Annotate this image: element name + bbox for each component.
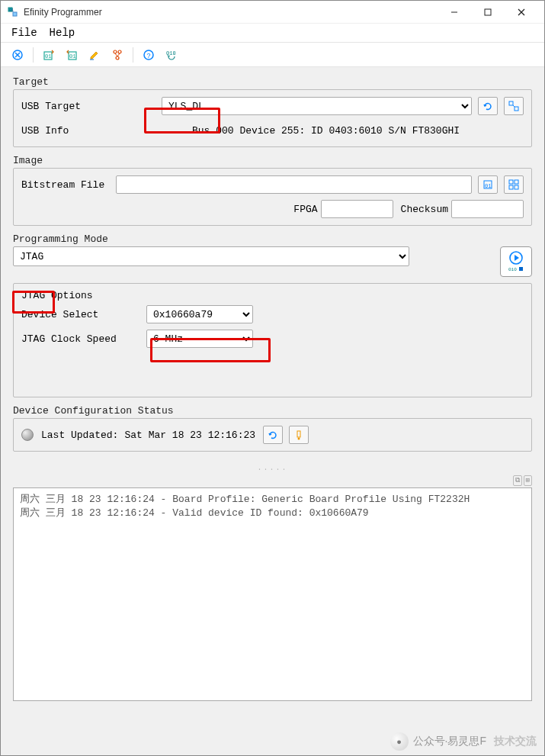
log-tools: ⧉ ⊞ — [1, 475, 544, 486]
log-copy-button[interactable]: ⧉ — [513, 475, 522, 486]
watermark: ● 公众号·易灵思F 技术交流 — [390, 732, 537, 751]
status-indicator-icon — [21, 429, 34, 441]
hex-out-icon[interactable]: 01 — [63, 47, 81, 63]
binary-update-icon[interactable]: 010 — [162, 47, 181, 63]
bitstream-browse-button[interactable] — [504, 175, 524, 194]
menu-help[interactable]: Help — [45, 25, 80, 40]
close-button[interactable] — [505, 1, 538, 24]
wechat-icon: ● — [390, 732, 409, 751]
svg-text:01: 01 — [9, 8, 14, 13]
usb-info-label: USB Info — [21, 125, 113, 137]
cancel-icon[interactable] — [8, 47, 27, 63]
svg-text:010: 010 — [508, 267, 517, 272]
edit-icon[interactable] — [85, 47, 104, 63]
svg-rect-28 — [509, 185, 513, 189]
menu-file[interactable]: File — [7, 25, 42, 40]
svg-point-34 — [298, 438, 300, 440]
svg-point-17 — [116, 56, 119, 60]
toolbar-separator — [133, 47, 133, 63]
usb-chain-button[interactable] — [504, 97, 524, 115]
window-title: Efinity Programmer — [24, 7, 438, 18]
minimize-button[interactable] — [438, 1, 471, 24]
log-output[interactable]: 周六 三月 18 23 12:16:24 - Board Profile: Ge… — [13, 487, 532, 701]
svg-text:01: 01 — [69, 53, 75, 60]
progmode-section-title: Programming Mode — [13, 233, 532, 245]
svg-rect-27 — [515, 180, 518, 184]
help-icon[interactable]: ? — [139, 47, 158, 63]
splitter-handle[interactable]: ····· — [1, 465, 544, 474]
program-run-button[interactable]: 010 — [500, 246, 532, 277]
fpga-label: FPGA — [293, 204, 317, 215]
device-select-label: Device Select — [21, 309, 143, 320]
bitstream-file-input[interactable] — [116, 175, 472, 194]
watermark-text: 公众号·易灵思F — [413, 735, 486, 748]
titlebar: 01 Efinity Programmer — [1, 1, 544, 24]
svg-rect-22 — [515, 107, 518, 111]
svg-text:?: ? — [147, 52, 151, 60]
svg-rect-21 — [509, 101, 513, 105]
jtag-clock-combo[interactable]: 6 MHz — [146, 330, 253, 348]
jtag-options-title: JTAG Options — [21, 290, 524, 301]
jtag-options-panel: JTAG Options Device Select 0x10660a79 JT… — [13, 283, 532, 397]
toolbar-separator — [33, 47, 34, 63]
device-select-combo[interactable]: 0x10660a79 — [146, 305, 253, 323]
status-section-title: Device Configuration Status — [13, 405, 532, 417]
status-panel: Last Updated: Sat Mar 18 23 12:16:23 — [13, 418, 532, 452]
last-updated-value: Sat Mar 18 23 12:16:23 — [124, 429, 255, 441]
toolbar: 01 01 ? 010 — [1, 43, 544, 67]
image-section-title: Image — [13, 155, 532, 166]
log-clear-button[interactable]: ⊞ — [524, 475, 532, 486]
maximize-button[interactable] — [471, 1, 505, 24]
svg-text:01: 01 — [45, 53, 51, 60]
hex-in-icon[interactable]: 01 — [40, 47, 58, 63]
usb-target-select[interactable]: YLS_DL — [162, 97, 472, 115]
svg-line-23 — [513, 105, 515, 107]
last-updated-label: Last Updated: — [41, 429, 118, 441]
svg-rect-32 — [519, 267, 523, 271]
bitstream-label: Bitstream File — [21, 179, 113, 191]
target-section-title: Target — [13, 76, 532, 88]
svg-point-15 — [114, 50, 117, 53]
fpga-value-input[interactable] — [321, 200, 393, 218]
checksum-value-input[interactable] — [451, 200, 524, 218]
svg-point-16 — [118, 50, 121, 53]
usb-target-label: USB Target — [21, 101, 113, 112]
target-panel: USB Target YLS_DL USB Info Bus 000 Devic… — [13, 89, 532, 147]
menubar: File Help — [1, 24, 544, 43]
bitstream-hex-button[interactable]: 01 — [478, 175, 498, 194]
svg-rect-4 — [485, 9, 491, 15]
app-icon: 01 — [7, 6, 19, 18]
svg-rect-26 — [509, 180, 513, 184]
chain-icon[interactable] — [108, 47, 127, 63]
watermark-text-2: 技术交流 — [494, 735, 537, 748]
image-panel: Bitstream File 01 FPGA Checksum — [13, 168, 532, 226]
checksum-label: Checksum — [401, 204, 448, 215]
status-refresh-button[interactable] — [263, 426, 283, 444]
status-detail-button[interactable] — [289, 426, 309, 444]
svg-rect-29 — [515, 185, 518, 189]
svg-text:01: 01 — [485, 183, 491, 189]
jtag-clock-label: JTAG Clock Speed — [21, 333, 143, 345]
refresh-usb-button[interactable] — [478, 97, 498, 115]
programming-mode-select[interactable]: JTAG — [13, 246, 409, 266]
usb-info-value: Bus 000 Device 255: ID 0403:6010 S/N FT8… — [192, 125, 460, 137]
svg-rect-33 — [297, 431, 300, 437]
